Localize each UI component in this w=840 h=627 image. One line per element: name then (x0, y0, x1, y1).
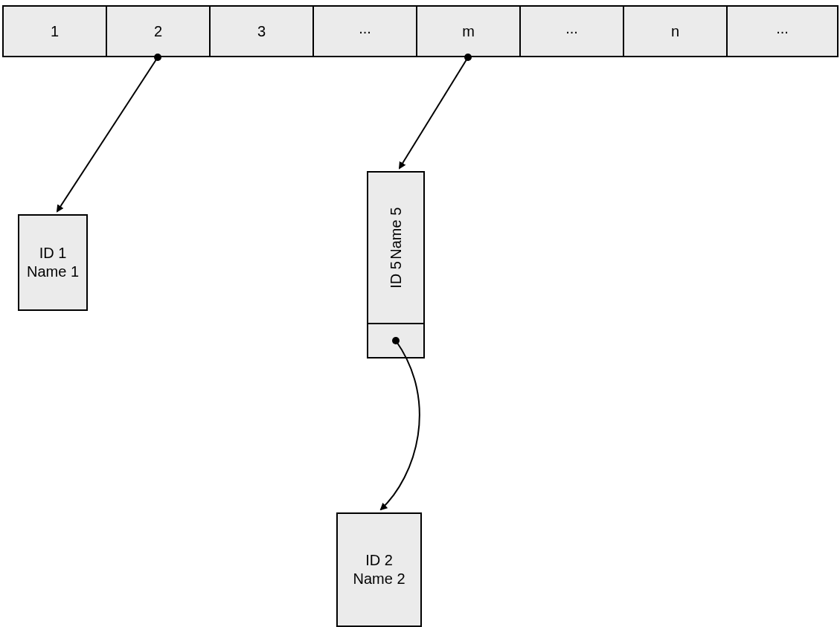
array-cell-label: n (671, 23, 679, 40)
node-id5: ID 5 Name 5 (367, 171, 425, 324)
arrow-cell2-to-node1 (57, 57, 158, 211)
array-cell-ellipsis-3: ··· (726, 5, 839, 57)
array-cell-label: ··· (359, 23, 371, 40)
array-cell-label: ··· (776, 23, 789, 40)
array-cell-label: ··· (565, 23, 578, 40)
array-cell-3: 3 (209, 5, 314, 57)
node-id-line: ID 1 (39, 244, 67, 263)
node-id-line: ID 5 (387, 261, 405, 289)
node-id1: ID 1 Name 1 (18, 214, 88, 311)
array-cell-m: m (416, 5, 521, 57)
array-cell-ellipsis-2: ··· (519, 5, 624, 57)
arrow-cellm-to-node5 (400, 57, 468, 168)
array-cell-n: n (623, 5, 728, 57)
array-cell-ellipsis-1: ··· (312, 5, 417, 57)
array-cell-label: m (462, 23, 475, 40)
node-id5-content: ID 5 Name 5 (387, 208, 405, 289)
node-name-line: Name 1 (27, 263, 79, 281)
node-name-line: Name 5 (387, 208, 405, 260)
arrow-node5-to-node2 (381, 341, 420, 509)
array-cell-label: 3 (257, 23, 266, 40)
node-name-line: Name 2 (353, 570, 405, 588)
array-cell-2: 2 (106, 5, 211, 57)
node-id2: ID 2 Name 2 (336, 512, 422, 627)
array-cell-label: 1 (51, 23, 59, 40)
node-id-line: ID 2 (365, 551, 393, 570)
node-id5-next-pointer (367, 323, 425, 358)
array-cell-label: 2 (154, 23, 162, 40)
array-cell-1: 1 (2, 5, 107, 57)
